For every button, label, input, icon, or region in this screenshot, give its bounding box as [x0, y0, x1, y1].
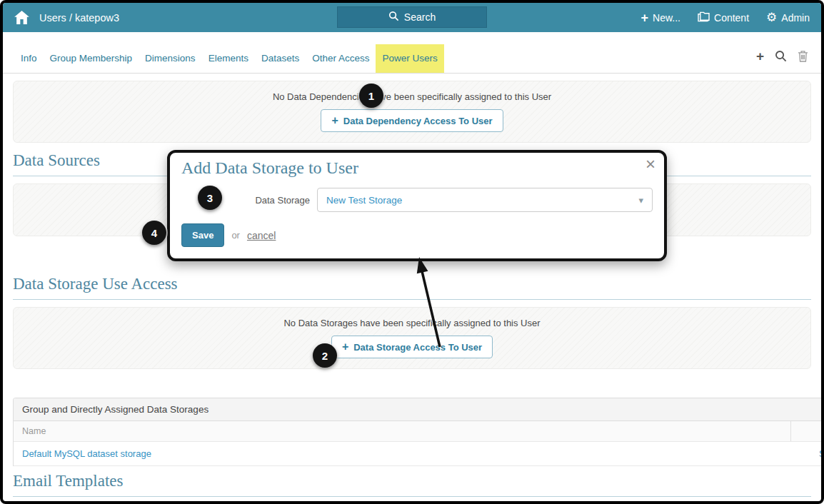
- storage-name-link[interactable]: Default MySQL dataset storage: [14, 442, 790, 465]
- app-window: Users / katepow3 Search + New... Content…: [0, 0, 824, 504]
- storage-extra-link[interactable]: S: [790, 442, 824, 465]
- plus-icon: +: [641, 11, 649, 24]
- annotation-step-2: 2: [313, 343, 337, 368]
- tab-other-access[interactable]: Other Access: [306, 44, 376, 73]
- search-icon[interactable]: [775, 50, 787, 62]
- breadcrumb: Users / katepow3: [39, 12, 119, 24]
- table-title: Group and Directly Assigned Data Storage…: [14, 398, 824, 421]
- add-icon[interactable]: +: [756, 49, 764, 63]
- data-storage-select[interactable]: New Test Storage ▾: [317, 188, 653, 212]
- add-data-storage-access-label: Data Storage Access To User: [353, 342, 482, 353]
- table-header-row: Name: [14, 421, 824, 442]
- data-storage-panel: No Data Storages have been specifically …: [13, 307, 811, 369]
- email-templates-heading: Email Templates: [13, 472, 811, 497]
- admin-button[interactable]: ⚙ Admin: [766, 11, 810, 24]
- search-label: Search: [404, 11, 436, 23]
- search-button[interactable]: Search: [337, 6, 487, 28]
- topbar: Users / katepow3 Search + New... Content…: [3, 3, 821, 32]
- tab-datasets[interactable]: Datasets: [255, 44, 306, 73]
- tab-elements[interactable]: Elements: [202, 44, 255, 73]
- modal-title: Add Data Storage to User: [181, 158, 653, 178]
- content-button[interactable]: Content: [698, 11, 749, 24]
- table-row[interactable]: Default MySQL dataset storage S: [14, 442, 824, 466]
- annotation-step-4: 4: [142, 221, 166, 245]
- tabbar: Info Group Membership Dimensions Element…: [3, 32, 821, 74]
- add-data-storage-modal: × Add Data Storage to User Data Storage …: [167, 150, 667, 261]
- tab-dimensions[interactable]: Dimensions: [139, 44, 202, 73]
- cancel-link[interactable]: cancel: [247, 230, 276, 241]
- or-text: or: [231, 230, 240, 241]
- modal-actions: Save or cancel: [181, 223, 653, 247]
- close-icon[interactable]: ×: [645, 156, 655, 173]
- column-header-extra: [790, 421, 824, 441]
- annotation-step-1: 1: [359, 84, 383, 108]
- assigned-data-storages-table: Group and Directly Assigned Data Storage…: [13, 398, 824, 466]
- content-label: Content: [714, 12, 749, 24]
- plus-icon: +: [342, 341, 348, 353]
- add-data-dependency-access-button[interactable]: + Data Dependency Access To User: [321, 109, 503, 132]
- new-label: New...: [653, 12, 680, 24]
- admin-label: Admin: [781, 12, 810, 24]
- folder-icon: [698, 11, 710, 24]
- data-storage-empty-message: No Data Storages have been specifically …: [14, 318, 810, 328]
- search-icon: [388, 11, 399, 24]
- topbar-menu: + New... Content ⚙ Admin: [641, 11, 810, 24]
- add-data-dependency-access-label: Data Dependency Access To User: [343, 116, 493, 126]
- data-storage-field-row: Data Storage New Test Storage ▾: [181, 188, 653, 212]
- plus-icon: +: [331, 115, 338, 126]
- tab-actions: +: [756, 49, 808, 63]
- data-dependency-empty-message: No Data Dependencies have been specifica…: [14, 91, 810, 102]
- data-dependency-panel: No Data Dependencies have been specifica…: [13, 81, 811, 143]
- save-button[interactable]: Save: [181, 223, 224, 247]
- trash-icon[interactable]: [798, 50, 808, 62]
- chevron-down-icon: ▾: [638, 195, 643, 206]
- tab-power-users[interactable]: Power Users: [376, 44, 443, 73]
- new-button[interactable]: + New...: [641, 11, 680, 24]
- column-header-name: Name: [14, 421, 790, 441]
- data-storage-use-access-heading: Data Storage Use Access: [13, 275, 811, 300]
- data-storage-select-value: New Test Storage: [326, 195, 402, 206]
- tab-info[interactable]: Info: [14, 44, 44, 73]
- add-data-storage-access-button[interactable]: + Data Storage Access To User: [331, 336, 493, 358]
- annotation-step-3: 3: [198, 186, 222, 210]
- tab-group-membership[interactable]: Group Membership: [44, 44, 139, 73]
- gear-icon: ⚙: [766, 11, 777, 24]
- home-icon[interactable]: [14, 11, 29, 24]
